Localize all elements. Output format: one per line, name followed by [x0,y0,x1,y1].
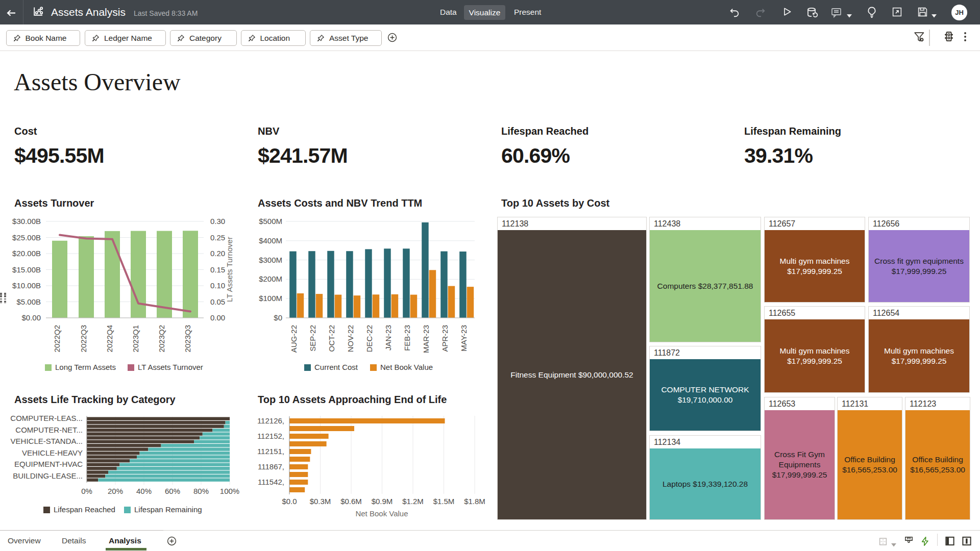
svg-text:$10.00B: $10.00B [12,281,41,290]
svg-text:Net Book Value: Net Book Value [355,509,408,518]
svg-text:VEHICLE-HEAVY: VEHICLE-HEAVY [22,448,83,457]
svg-text:80%: 80% [193,487,209,495]
svg-text:$1.2M: $1.2M [402,497,424,506]
svg-text:20%: 20% [108,487,123,495]
svg-text:0.30: 0.30 [210,217,225,226]
svg-text:2022Q3: 2022Q3 [79,325,88,352]
svg-text:VEHICLE-STANDA...: VEHICLE-STANDA... [11,437,83,445]
svg-text:JAN-23: JAN-23 [384,325,393,350]
svg-text:112151,: 112151, [257,447,284,456]
svg-text:112152,: 112152, [257,432,284,440]
svg-text:2022Q2: 2022Q2 [53,325,61,352]
svg-text:112126,: 112126, [257,416,284,425]
svg-text:LT Assets Turnover: LT Assets Turnover [138,363,203,371]
svg-text:Lifespan Reached: Lifespan Reached [54,505,115,514]
svg-text:FEB-23: FEB-23 [403,325,411,351]
svg-text:$0: $0 [274,313,282,322]
svg-text:0.00: 0.00 [210,313,225,322]
svg-text:$500M: $500M [259,217,282,226]
svg-text:$100M: $100M [259,294,282,303]
svg-text:0.20: 0.20 [210,249,225,258]
svg-text:DEC-22: DEC-22 [365,325,374,352]
svg-text:2023Q3: 2023Q3 [183,325,192,352]
svg-text:Long Term Assets: Long Term Assets [55,363,116,371]
svg-text:NOV-22: NOV-22 [346,325,355,352]
svg-text:$0.6M: $0.6M [340,497,362,506]
svg-text:Net Book Value: Net Book Value [380,363,433,371]
svg-text:111542,: 111542, [258,478,284,486]
svg-text:APR-23: APR-23 [440,325,449,352]
svg-text:$300M: $300M [259,256,282,264]
svg-text:AUG-22: AUG-22 [289,325,298,353]
svg-text:$20.00B: $20.00B [12,249,41,258]
svg-text:$15.00B: $15.00B [12,265,41,274]
svg-text:$1.5M: $1.5M [433,497,455,506]
svg-text:EQUIPMENT-HVAC: EQUIPMENT-HVAC [14,460,83,468]
svg-text:0.25: 0.25 [210,233,225,242]
svg-text:2023Q1: 2023Q1 [131,325,140,352]
svg-text:0%: 0% [81,487,92,495]
svg-text:60%: 60% [165,487,180,495]
svg-text:111867,: 111867, [258,462,284,471]
svg-text:0.05: 0.05 [210,297,225,306]
svg-text:$5.00B: $5.00B [16,297,41,306]
svg-text:$400M: $400M [259,236,282,245]
svg-text:$0.00: $0.00 [21,313,41,322]
svg-text:0.10: 0.10 [210,281,225,290]
svg-text:BUILDING-LEASE...: BUILDING-LEASE... [13,471,83,480]
svg-text:Current Cost: Current Cost [314,363,358,371]
svg-text:LT Assets Turnover: LT Assets Turnover [225,237,234,302]
svg-text:$200M: $200M [259,274,282,283]
svg-text:2022Q4: 2022Q4 [105,325,114,352]
svg-text:$0.9M: $0.9M [372,497,393,506]
svg-text:MAY-23: MAY-23 [459,325,468,352]
svg-text:$1.8M: $1.8M [464,497,485,506]
svg-text:$30.00B: $30.00B [12,217,41,226]
svg-text:40%: 40% [136,487,152,495]
svg-text:MAR-23: MAR-23 [422,325,430,353]
svg-text:$0.3M: $0.3M [310,497,331,506]
svg-text:OCT-22: OCT-22 [327,325,336,352]
svg-text:$0.0: $0.0 [282,497,297,506]
svg-text:SEP-22: SEP-22 [308,325,317,352]
svg-text:100%: 100% [220,487,239,495]
svg-text:Lifespan Remaining: Lifespan Remaining [134,505,202,514]
svg-text:2023Q2: 2023Q2 [157,325,166,352]
svg-text:$25.00B: $25.00B [12,233,41,242]
svg-text:COMPUTER-NET...: COMPUTER-NET... [15,425,83,434]
svg-text:0.15: 0.15 [210,265,225,274]
svg-text:COMPUTER-LEAS...: COMPUTER-LEAS... [10,414,83,422]
